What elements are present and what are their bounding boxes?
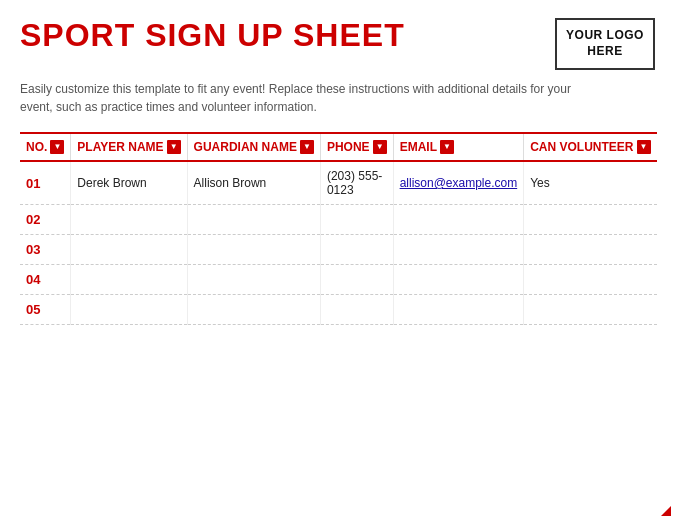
- dropdown-phone[interactable]: ▼: [373, 140, 387, 154]
- table-cell-email: [393, 205, 524, 235]
- logo-box: YOUR LOGOHERE: [555, 18, 655, 70]
- table-cell-phone: [320, 235, 393, 265]
- table-row: 02: [20, 205, 657, 235]
- table-cell-guardian_name: Allison Brown: [187, 161, 320, 205]
- table-cell-player_name: [71, 295, 187, 325]
- table-cell-no: 03: [20, 235, 71, 265]
- page-title: SPORT SIGN UP SHEET: [20, 18, 405, 53]
- col-header-player: PLAYER NAME ▼: [71, 133, 187, 161]
- table-cell-phone: (203) 555-0123: [320, 161, 393, 205]
- table-cell-can_volunteer: [524, 205, 657, 235]
- dropdown-email[interactable]: ▼: [440, 140, 454, 154]
- table-cell-phone: [320, 205, 393, 235]
- table-cell-email: [393, 265, 524, 295]
- table-header-row: NO. ▼ PLAYER NAME ▼ GUARDIAN NAME: [20, 133, 657, 161]
- signup-table: NO. ▼ PLAYER NAME ▼ GUARDIAN NAME: [20, 132, 657, 325]
- dropdown-no[interactable]: ▼: [50, 140, 64, 154]
- col-header-volunteer: CAN VOLUNTEER ▼: [524, 133, 657, 161]
- table-cell-no: 04: [20, 265, 71, 295]
- col-header-no: NO. ▼: [20, 133, 71, 161]
- table-row: 03: [20, 235, 657, 265]
- table-cell-phone: [320, 265, 393, 295]
- table-cell-player_name: Derek Brown: [71, 161, 187, 205]
- dropdown-guardian[interactable]: ▼: [300, 140, 314, 154]
- table-cell-can_volunteer: Yes: [524, 161, 657, 205]
- header-row: SPORT SIGN UP SHEET YOUR LOGOHERE: [20, 18, 655, 70]
- table-row: 01Derek BrownAllison Brown(203) 555-0123…: [20, 161, 657, 205]
- table-cell-guardian_name: [187, 295, 320, 325]
- dropdown-player[interactable]: ▼: [167, 140, 181, 154]
- table-cell-no: 05: [20, 295, 71, 325]
- signup-table-wrapper: NO. ▼ PLAYER NAME ▼ GUARDIAN NAME: [20, 132, 655, 325]
- col-header-email: EMAIL ▼: [393, 133, 524, 161]
- col-header-guardian: GUARDIAN NAME ▼: [187, 133, 320, 161]
- subtitle-text: Easily customize this template to fit an…: [20, 80, 580, 116]
- table-cell-player_name: [71, 265, 187, 295]
- table-cell-guardian_name: [187, 265, 320, 295]
- table-cell-email: [393, 295, 524, 325]
- col-header-phone: PHONE ▼: [320, 133, 393, 161]
- table-cell-can_volunteer: [524, 235, 657, 265]
- table-cell-player_name: [71, 205, 187, 235]
- table-cell-guardian_name: [187, 235, 320, 265]
- page: SPORT SIGN UP SHEET YOUR LOGOHERE Easily…: [0, 0, 675, 520]
- logo-text: YOUR LOGOHERE: [566, 28, 644, 59]
- table-cell-guardian_name: [187, 205, 320, 235]
- table-cell-no: 01: [20, 161, 71, 205]
- table-cell-email: [393, 235, 524, 265]
- table-cell-can_volunteer: [524, 265, 657, 295]
- table-body: 01Derek BrownAllison Brown(203) 555-0123…: [20, 161, 657, 325]
- table-row: 04: [20, 265, 657, 295]
- table-row: 05: [20, 295, 657, 325]
- corner-mark: [661, 506, 671, 516]
- table-cell-phone: [320, 295, 393, 325]
- table-cell-player_name: [71, 235, 187, 265]
- dropdown-volunteer[interactable]: ▼: [637, 140, 651, 154]
- table-cell-no: 02: [20, 205, 71, 235]
- table-cell-can_volunteer: [524, 295, 657, 325]
- table-cell-email: allison@example.com: [393, 161, 524, 205]
- email-link[interactable]: allison@example.com: [400, 176, 518, 190]
